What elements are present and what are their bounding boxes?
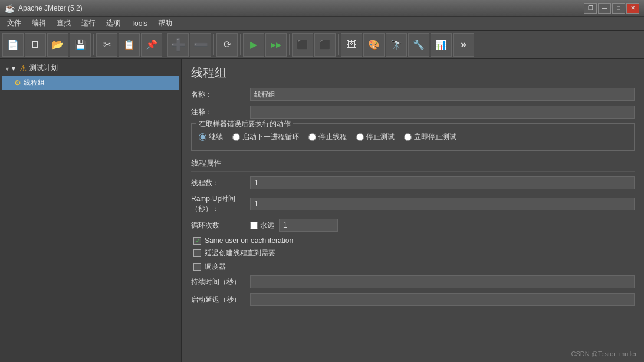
close-button[interactable]: ✕ — [626, 3, 639, 14]
title-bar-left: ☕ Apache JMeter (5.2) — [5, 4, 83, 13]
cut-button[interactable]: ✂ — [96, 33, 117, 57]
title-bar: ☕ Apache JMeter (5.2) ❐ — □ ✕ — [0, 0, 644, 17]
startup-delay-row: 启动延迟（秒） — [191, 293, 635, 306]
menu-options[interactable]: 选项 — [101, 17, 125, 30]
sidebar: ▼ ⚠ 测试计划 ⚙ 线程组 — [0, 59, 182, 362]
stop-button[interactable]: ⬛ — [292, 33, 313, 57]
test-plan-label: 测试计划 — [29, 63, 58, 73]
radio-stop-now[interactable]: 立即停止测试 — [404, 132, 456, 142]
startup-delay-input[interactable] — [250, 293, 635, 306]
same-user-checkbox[interactable]: ✓ — [193, 237, 201, 245]
radio-next-loop-label: 启动下一进程循环 — [242, 132, 299, 142]
menu-edit[interactable]: 编辑 — [27, 17, 51, 30]
save-button[interactable]: 💾 — [70, 33, 91, 57]
startup-delay-label: 启动延迟（秒） — [191, 295, 250, 305]
menu-help[interactable]: 帮助 — [153, 17, 177, 30]
duration-row: 持续时间（秒） — [191, 275, 635, 288]
app-icon: ☕ — [5, 4, 15, 13]
palette-button[interactable]: 🎨 — [363, 33, 385, 57]
menu-file[interactable]: 文件 — [2, 17, 26, 30]
radio-stop-thread[interactable]: 停止线程 — [308, 132, 347, 142]
start-remote-button[interactable]: ▶▶ — [265, 33, 287, 57]
loop-row: 循环次数 永远 — [191, 219, 635, 232]
name-row: 名称： — [191, 88, 635, 101]
loop-count-input[interactable] — [279, 219, 338, 232]
screenshot-button[interactable]: 🖼 — [341, 33, 362, 57]
radio-stop-thread-label: 停止线程 — [318, 132, 347, 142]
toolbar-sep-6 — [338, 34, 339, 55]
name-label: 名称： — [191, 90, 250, 100]
toolbar-sep-3 — [213, 34, 214, 55]
delay-thread-row: 延迟创建线程直到需要 — [191, 248, 635, 258]
toolbar-sep-5 — [289, 34, 290, 55]
toolbar: 📄 🗒 📂 💾 ✂ 📋 📌 ➕ ➖ ⟳ ▶ ▶▶ ⬛ ⬛ 🖼 🎨 🔭 🔧 📊 » — [0, 31, 644, 59]
menu-run[interactable]: 运行 — [77, 17, 100, 30]
ramp-up-row: Ramp-Up时间（秒）： — [191, 194, 635, 214]
toolbar-sep-4 — [240, 34, 241, 55]
copy-button[interactable]: 📋 — [119, 33, 140, 57]
thread-count-input[interactable] — [250, 176, 635, 189]
comment-row: 注释： — [191, 106, 635, 119]
scheduler-row: 调度器 — [191, 262, 635, 272]
menu-bar: 文件 编辑 查找 运行 选项 Tools 帮助 — [0, 17, 644, 31]
radio-next-loop[interactable]: 启动下一进程循环 — [232, 132, 299, 142]
thread-group-label: 线程组 — [24, 78, 45, 88]
name-input[interactable] — [250, 88, 635, 101]
test-plan-icon: ⚠ — [19, 64, 27, 73]
table-button[interactable]: 📊 — [431, 33, 452, 57]
template-button[interactable]: 🗒 — [25, 33, 46, 57]
radio-stop-test-label: 停止测试 — [366, 132, 395, 142]
forever-label: 永远 — [260, 221, 274, 231]
more-button[interactable]: » — [453, 33, 474, 57]
ramp-up-label: Ramp-Up时间（秒）： — [191, 194, 250, 214]
radio-options-row: 继续 启动下一进程循环 停止线程 停止测试 立即停止测试 — [199, 130, 627, 144]
tree-root-test-plan[interactable]: ▼ ⚠ 测试计划 — [2, 61, 179, 75]
duration-label: 持续时间（秒） — [191, 277, 250, 287]
page-title: 线程组 — [191, 65, 635, 81]
binoculars-button[interactable]: 🔭 — [386, 33, 407, 57]
new-button[interactable]: 📄 — [2, 33, 24, 57]
thread-group-item[interactable]: ⚙ 线程组 — [2, 76, 179, 90]
content-panel: 线程组 名称： 注释： 在取样器错误后要执行的动作 继续 启动下一进程循环 — [182, 59, 644, 362]
thread-count-label: 线程数： — [191, 178, 250, 188]
title-controls: ❐ — □ ✕ — [584, 3, 639, 14]
radio-continue[interactable]: 继续 — [199, 132, 223, 142]
stop-remote-button[interactable]: ⬛ — [314, 33, 336, 57]
menu-tools[interactable]: Tools — [126, 17, 152, 30]
duration-input[interactable] — [250, 275, 635, 288]
forever-checkbox[interactable] — [250, 222, 258, 229]
delay-thread-label: 延迟创建线程直到需要 — [205, 248, 275, 258]
title-text: Apache JMeter (5.2) — [18, 4, 83, 12]
run-button[interactable]: ▶ — [243, 33, 264, 57]
comment-label: 注释： — [191, 107, 250, 117]
radio-stop-now-label: 立即停止测试 — [414, 132, 456, 142]
scheduler-label: 调度器 — [205, 262, 226, 272]
same-user-label: Same user on each iteration — [205, 236, 293, 245]
main-container: ▼ ⚠ 测试计划 ⚙ 线程组 线程组 名称： 注释： 在取样器错误后要执行的动作 — [0, 59, 644, 362]
maximize-button[interactable]: — — [598, 3, 611, 14]
loop-label: 循环次数 — [191, 221, 250, 231]
radio-stop-test[interactable]: 停止测试 — [356, 132, 395, 142]
ramp-up-input[interactable] — [250, 198, 635, 210]
wrench-button[interactable]: 🔧 — [408, 33, 429, 57]
menu-search[interactable]: 查找 — [52, 17, 75, 30]
comment-input[interactable] — [250, 106, 635, 119]
gear-icon: ⚙ — [14, 78, 21, 87]
add-button[interactable]: ➕ — [167, 33, 189, 57]
watermark: CSDN @Tester_muller — [571, 350, 637, 357]
clear-button[interactable]: ⟳ — [216, 33, 238, 57]
remove-button[interactable]: ➖ — [190, 33, 211, 57]
same-user-row: ✓ Same user on each iteration — [191, 236, 635, 245]
error-action-section: 在取样器错误后要执行的动作 继续 启动下一进程循环 停止线程 停止测试 — [191, 123, 635, 151]
paste-button[interactable]: 📌 — [141, 33, 162, 57]
minimize-button[interactable]: ❐ — [584, 3, 597, 14]
scheduler-checkbox[interactable] — [193, 263, 201, 271]
restore-button[interactable]: □ — [612, 3, 625, 14]
thread-props-section: 线程属性 线程数： Ramp-Up时间（秒）： 循环次数 永远 — [191, 158, 635, 306]
open-button[interactable]: 📂 — [47, 33, 68, 57]
radio-continue-label: 继续 — [209, 132, 223, 142]
thread-props-title: 线程属性 — [191, 158, 635, 172]
delay-thread-checkbox[interactable] — [193, 249, 201, 257]
toolbar-sep-2 — [165, 34, 165, 55]
error-action-legend: 在取样器错误后要执行的动作 — [196, 119, 293, 129]
